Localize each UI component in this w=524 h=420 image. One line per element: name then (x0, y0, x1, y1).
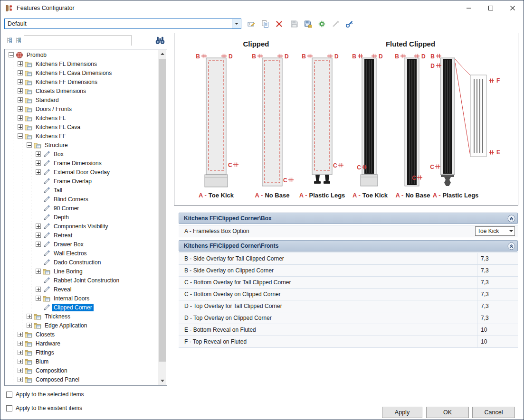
property-value[interactable]: 7,3 (477, 289, 518, 300)
tree-item[interactable]: Doors / Fronts (6, 104, 158, 113)
tree-item-label[interactable]: Tall (52, 187, 64, 194)
profile-select-button[interactable] (232, 19, 241, 28)
expand-icon[interactable] (18, 341, 23, 346)
tree-item-label[interactable]: Line Boring (52, 268, 84, 275)
expand-icon[interactable] (36, 151, 41, 157)
tree-item-label[interactable]: Blum (34, 358, 50, 365)
tree-item-label[interactable]: Retreat (52, 232, 74, 239)
expand-icon[interactable] (18, 97, 23, 103)
collapse-icon[interactable] (18, 133, 23, 139)
tree-item[interactable]: Promob (6, 50, 158, 59)
expand-icon[interactable] (36, 287, 41, 292)
expand-icon[interactable] (18, 106, 23, 112)
expand-icon[interactable] (18, 61, 23, 66)
tree-item[interactable]: Thickness (6, 312, 158, 321)
expand-icon[interactable] (27, 314, 32, 319)
save-as-button[interactable] (302, 18, 314, 29)
tree-item-label[interactable]: Kitchens FL Cava Dimensions (34, 69, 113, 77)
tree-item[interactable]: Tall (6, 186, 158, 195)
property-value[interactable]: 10 (477, 336, 518, 347)
property-value[interactable]: 7,3 (477, 253, 518, 264)
expand-icon[interactable] (36, 169, 41, 175)
rename-profile-button[interactable] (246, 18, 257, 29)
tree-item[interactable]: Box (6, 149, 158, 159)
tree-item-label[interactable]: Kitchens FF Dimensions (34, 78, 99, 86)
tree-item[interactable]: Drawer Box (6, 240, 158, 249)
expand-icon[interactable] (36, 160, 41, 166)
expand-icon[interactable] (18, 332, 23, 337)
property-value[interactable]: 7,3 (477, 265, 518, 276)
tree-item-label[interactable]: Wall Electros (52, 250, 88, 257)
save-button[interactable] (288, 18, 300, 29)
tree-check-button[interactable] (15, 37, 23, 44)
tree-item[interactable]: Line Boring (6, 267, 158, 276)
expand-icon[interactable] (18, 350, 23, 355)
tree-item-label[interactable]: Blind Corners (52, 196, 90, 203)
tree-item-label[interactable]: Fittings (34, 349, 56, 356)
tree-item[interactable]: Kitchens FL Dimensions (6, 59, 158, 68)
find-button[interactable] (155, 36, 165, 45)
tree-item[interactable]: Composition (6, 366, 158, 375)
tree-item-label[interactable]: Reveal (52, 286, 73, 293)
expand-icon[interactable] (36, 233, 41, 238)
scroll-down-button[interactable] (158, 377, 166, 385)
tree-item-label[interactable]: 90 Corner (52, 205, 80, 212)
tree-item[interactable]: Wall Electros (6, 249, 158, 258)
expand-icon[interactable] (36, 296, 41, 301)
expand-icon[interactable] (18, 359, 23, 364)
tree-item[interactable]: Blum (6, 357, 158, 366)
tree-item-label[interactable]: Dado Construction (52, 259, 102, 266)
expand-icon[interactable] (36, 224, 41, 229)
tree-item-label[interactable]: Hardware (34, 340, 62, 347)
key-button[interactable] (343, 18, 355, 29)
apply-selected-checkbox[interactable] (6, 392, 12, 398)
expand-icon[interactable] (27, 323, 32, 328)
collapse-group-button[interactable] (507, 215, 515, 223)
close-button[interactable] (502, 0, 524, 16)
ok-button[interactable]: OK (426, 407, 469, 418)
collapse-icon[interactable] (9, 52, 14, 57)
maximize-button[interactable] (480, 0, 502, 16)
tree-item[interactable]: Closets (6, 330, 158, 339)
tree-item[interactable]: Blind Corners (6, 195, 158, 204)
tree-item[interactable]: Reveal (6, 285, 158, 294)
scroll-up-button[interactable] (158, 50, 166, 58)
tree-item-label[interactable]: External Door Overlay (52, 168, 111, 176)
tree-item[interactable]: Clipped Corner (6, 303, 158, 312)
tree-item-label[interactable]: Clipped Corner (52, 304, 94, 311)
link-button[interactable] (330, 18, 341, 29)
tree-item-label[interactable]: Thickness (43, 313, 72, 320)
tree-item[interactable]: Composed Panel (6, 375, 158, 384)
collapse-icon[interactable] (27, 142, 32, 148)
tree-style-button[interactable] (6, 37, 14, 44)
tree-item-label[interactable]: Drawer Box (52, 241, 85, 248)
tree-item-label[interactable]: Promob (25, 51, 48, 59)
expand-icon[interactable] (18, 368, 23, 373)
scrollbar-thumb[interactable] (159, 59, 166, 362)
minimize-button[interactable] (458, 0, 480, 16)
expand-icon[interactable] (18, 70, 23, 75)
property-value[interactable]: 7,3 (477, 312, 518, 324)
search-input[interactable] (24, 37, 132, 46)
tree-item[interactable]: Depth (6, 213, 158, 222)
tree-item-label[interactable]: Kitchens FL Cava (34, 123, 82, 131)
tree-item[interactable]: Kitchens FL (6, 113, 158, 122)
tree-item-label[interactable]: Closets Dimensions (34, 87, 87, 95)
tree-item[interactable]: Edge Application (6, 321, 158, 330)
expand-icon[interactable] (18, 79, 23, 84)
tree-item-label[interactable]: Box (52, 150, 65, 158)
tree-item-label[interactable]: Kitchens FL Dimensions (34, 60, 98, 68)
tree-item[interactable]: Components Visibility (6, 222, 158, 231)
tree-item[interactable]: Closets Dimensions (6, 86, 158, 95)
tree-item[interactable]: Dado Construction (6, 258, 158, 267)
tree-item[interactable]: 90 Corner (6, 204, 158, 213)
cancel-button[interactable]: Cancel (472, 407, 515, 418)
tree-item-label[interactable]: Frame Overlap (52, 177, 93, 185)
tree-item-label[interactable]: Frame Dimensions (52, 159, 103, 167)
tree-item[interactable]: External Door Overlay (6, 168, 158, 177)
tree-item[interactable]: Kitchens FF (6, 131, 158, 140)
property-value[interactable]: 7,3 (477, 277, 518, 288)
frameless-box-option-select[interactable]: Toe Kick (475, 226, 515, 236)
tree-item-label[interactable]: Standard (34, 96, 60, 104)
tree-item[interactable]: Hardware (6, 339, 158, 348)
